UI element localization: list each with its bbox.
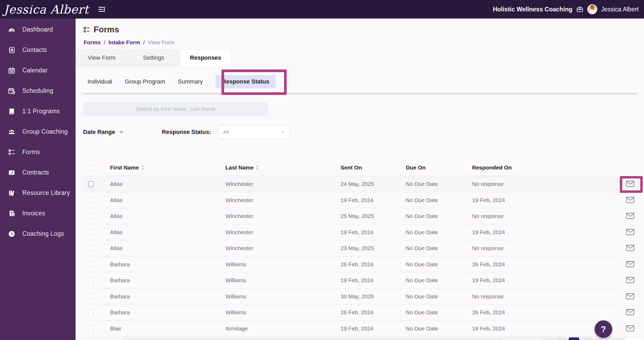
table-row[interactable]: Atlas Winchester 25 May, 2025 No Due Dat… — [83, 208, 644, 224]
responses-table: First Name Last Name Sent On Due On Resp… — [83, 159, 644, 337]
column-header-sent-on: Sent On — [341, 164, 402, 171]
mail-icon[interactable] — [626, 180, 635, 188]
table-row[interactable]: Atlas Winchester 23 May, 2025 No Due Dat… — [83, 240, 644, 256]
mail-icon[interactable] — [626, 293, 635, 300]
table-row[interactable]: Barbara Williams 30 May, 2025 No Due Dat… — [83, 289, 644, 305]
row-checkbox[interactable] — [88, 229, 94, 235]
pagination-page-button[interactable] — [544, 337, 555, 340]
mail-icon[interactable] — [626, 197, 635, 204]
column-header-due-on: Due On — [406, 164, 468, 171]
response-status-select[interactable]: All — [217, 125, 290, 139]
tab-settings[interactable]: Settings — [128, 49, 179, 66]
row-checkbox[interactable] — [88, 197, 94, 203]
sidebar-item-label: Scheduling — [22, 87, 53, 94]
table-row[interactable]: Atlas Winchester 24 May, 2025 No Due Dat… — [83, 176, 644, 192]
date-range-dropdown[interactable]: Date Range — [83, 129, 124, 136]
sidebar-item-1-1-programs[interactable]: 1:1 Programs — [0, 101, 76, 121]
subtab-group-program[interactable]: Group Program — [125, 78, 165, 85]
subtab-individual[interactable]: Individual — [88, 78, 112, 85]
pagination-next-button[interactable] — [624, 337, 644, 340]
subtab-divider — [83, 93, 637, 95]
programs-icon — [8, 108, 15, 115]
column-header-responded-on: Responded On — [472, 164, 541, 171]
sidebar-item-contacts[interactable]: Contacts — [0, 40, 76, 60]
cell-last-name: Winchester — [225, 245, 253, 251]
sidebar-item-group-coaching[interactable]: Group Coaching — [0, 121, 76, 142]
column-header-label: Sent On — [341, 164, 362, 171]
subtab-response-status[interactable]: Response Status — [216, 75, 276, 88]
pagination-active-page-button[interactable] — [569, 337, 579, 340]
help-button[interactable]: ? — [595, 320, 612, 338]
cell-first-name: Barbara — [110, 309, 130, 315]
sidebar-item-forms[interactable]: Forms — [0, 142, 76, 162]
row-checkbox[interactable] — [88, 278, 94, 283]
row-checkbox[interactable] — [88, 326, 94, 331]
pagination-page-button[interactable] — [582, 337, 593, 340]
cell-responded-on: No response — [472, 293, 504, 299]
row-checkbox[interactable] — [88, 261, 94, 267]
pagination-previous-button[interactable] — [502, 337, 541, 340]
mail-icon[interactable] — [626, 309, 635, 316]
topbar: Jessica Albert Holistic Wellness Coachin… — [0, 0, 644, 19]
coaching-logs-icon — [8, 230, 15, 238]
pagination-page-button[interactable] — [556, 337, 567, 340]
breadcrumb-link-forms[interactable]: Forms — [84, 39, 101, 46]
table-row[interactable]: Barbara Williams 26 Feb, 2024 No Due Dat… — [83, 256, 644, 273]
cell-due-on: No Due Date — [406, 197, 438, 203]
select-all-checkbox[interactable] — [88, 165, 94, 171]
subtab-summary[interactable]: Summary — [178, 78, 203, 85]
breadcrumb-link-intake-form[interactable]: Intake Form — [108, 39, 140, 46]
svg-text:$: $ — [11, 213, 13, 216]
table-row[interactable]: Atlas Winchester 19 Feb, 2024 No Due Dat… — [83, 192, 644, 208]
row-checkbox[interactable] — [88, 310, 94, 315]
mail-icon[interactable] — [626, 229, 635, 236]
table-row[interactable]: Blair Armitage 19 Feb, 2024 No Due Date … — [83, 321, 644, 337]
mail-icon[interactable] — [626, 325, 635, 332]
sidebar-item-label: Forms — [22, 149, 40, 156]
user-name[interactable]: Jessica Albert — [601, 6, 639, 13]
sidebar-item-calendar[interactable]: Calendar — [0, 60, 76, 81]
subtab-bar: IndividualGroup ProgramSummaryResponse S… — [88, 75, 276, 88]
row-checkbox[interactable] — [88, 181, 94, 187]
user-avatar[interactable] — [587, 4, 597, 14]
sort-icon[interactable] — [141, 165, 144, 170]
table-row[interactable]: Atlas Winchester 19 Feb, 2024 No Due Dat… — [83, 224, 644, 241]
scheduling-icon — [8, 87, 15, 95]
column-header-label: Responded On — [472, 164, 512, 171]
sidebar-item-label: 1:1 Programs — [22, 108, 60, 115]
mail-icon[interactable] — [626, 212, 635, 220]
dashboard-icon — [8, 26, 15, 33]
sidebar-item-dashboard[interactable]: Dashboard — [0, 19, 76, 40]
search-input[interactable] — [83, 102, 268, 116]
cell-due-on: No Due Date — [406, 261, 438, 267]
sidebar-collapse-icon[interactable] — [98, 5, 106, 13]
cell-responded-on: No response — [472, 245, 504, 251]
mail-icon[interactable] — [626, 245, 635, 252]
mail-icon[interactable] — [626, 261, 635, 268]
sidebar-item-resource-library[interactable]: Resource Library — [0, 183, 76, 203]
row-checkbox[interactable] — [88, 294, 94, 299]
column-header-last-name[interactable]: Last Name — [225, 164, 337, 171]
mail-icon[interactable] — [626, 277, 635, 284]
cell-responded-on: 26 Feb, 2024 — [472, 261, 505, 267]
briefcase-icon[interactable] — [576, 6, 584, 13]
cell-sent-on: 25 May, 2025 — [341, 213, 374, 219]
table-row[interactable]: Barbara Williams 26 Feb, 2024 No Due Dat… — [83, 304, 644, 321]
sort-icon[interactable] — [256, 165, 259, 170]
cell-sent-on: 24 May, 2025 — [341, 181, 374, 187]
tab-responses[interactable]: Responses — [180, 49, 231, 66]
sidebar-item-invoices[interactable]: $ Invoices — [0, 203, 76, 224]
cell-first-name: Barbara — [110, 261, 130, 267]
cell-responded-on: 19 Feb, 2024 — [472, 277, 505, 283]
sidebar-item-label: Contacts — [22, 46, 47, 54]
cell-first-name: Blair — [110, 325, 121, 332]
column-header-first-name[interactable]: First Name — [110, 164, 221, 171]
sidebar-item-scheduling[interactable]: Scheduling — [0, 81, 76, 101]
row-checkbox[interactable] — [88, 213, 94, 219]
row-checkbox[interactable] — [88, 246, 94, 251]
sidebar-item-contracts[interactable]: Contracts — [0, 162, 76, 183]
cell-first-name: Atlas — [110, 245, 123, 251]
sidebar-item-coaching-logs[interactable]: Coaching Logs — [0, 224, 76, 244]
table-row[interactable]: Barbara Williams 19 Feb, 2024 No Due Dat… — [83, 272, 644, 289]
tab-view-form[interactable]: View Form — [76, 49, 127, 66]
